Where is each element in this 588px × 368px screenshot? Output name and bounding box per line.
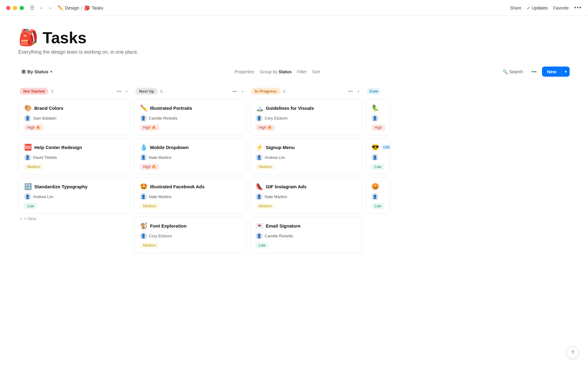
filter-button[interactable]: Filter: [297, 69, 307, 74]
card-assignee: 👤 Andrea Lim: [24, 193, 125, 200]
avatar: 👤: [256, 232, 262, 239]
card-title-row: 🏔️ Guidelines for Visuals: [256, 104, 356, 112]
column-actions-next-up: ••• +: [231, 88, 245, 94]
card-illustrated-portraits[interactable]: ✏️ Illustrated Portraits 👤 Camille Ricke…: [134, 99, 246, 135]
titlebar-left: ☰ ← → ✏️ Design / 🎒 Tasks: [6, 5, 103, 11]
card-title: Standardize Typography: [34, 184, 88, 189]
column-header-in-progress: In Progress 4 ••• +: [250, 88, 362, 95]
tasks-icon: 🎒: [84, 5, 90, 11]
cards-next-up: ✏️ Illustrated Portraits 👤 Camille Ricke…: [134, 99, 246, 253]
column-add-icon[interactable]: +: [356, 88, 361, 94]
by-status-button[interactable]: ⊞ By Status ▾: [18, 67, 55, 76]
column-badge-next-up: Next Up: [135, 88, 158, 95]
new-dropdown-icon[interactable]: ▾: [561, 67, 570, 76]
avatar: 👤: [371, 193, 378, 200]
card-assignee: 👤 Camille Ricketts: [256, 232, 356, 239]
avatar: 👤: [140, 193, 147, 200]
add-new-button-not-started[interactable]: + + New: [18, 214, 130, 224]
card-title: Font Exploration: [150, 223, 187, 228]
card-emoji: ⚡: [256, 144, 263, 151]
forward-arrow-icon[interactable]: →: [47, 5, 54, 11]
maximize-button[interactable]: [20, 6, 24, 10]
card-font-exploration[interactable]: 🐒 Font Exploration 👤 Cory Etzkorn Medium: [134, 217, 246, 253]
updates-button[interactable]: ✓ Updates: [527, 6, 548, 10]
card-partial-1[interactable]: 🦜 👤 High: [366, 99, 390, 135]
column-more-icon[interactable]: •••: [347, 88, 354, 94]
avatar: 👤: [256, 115, 262, 121]
sort-button[interactable]: Sort: [312, 69, 320, 74]
card-assignee: 👤 David Tibbitts: [24, 154, 125, 161]
breadcrumb: ✏️ Design / 🎒 Tasks: [58, 5, 103, 11]
card-title-row: 🎨 Brand Colors: [24, 104, 125, 112]
card-emoji: 🆘: [24, 144, 32, 151]
page-title: Tasks: [43, 29, 87, 47]
close-button[interactable]: [6, 6, 10, 10]
priority-badge: Low: [371, 203, 384, 209]
back-arrow-icon[interactable]: ←: [38, 5, 45, 11]
card-mobile-dropdown[interactable]: 💧 Mobile Dropdown 👤 Nate Martins High 🔥: [134, 138, 246, 174]
card-standardize-typography[interactable]: 🔡 Standardize Typography 👤 Andrea Lim Lo…: [18, 178, 130, 214]
card-partial-2[interactable]: 😎 COOL 👤 Low: [366, 138, 390, 174]
assignee-name: Sam Baldwin: [33, 116, 56, 121]
card-title: Guidelines for Visuals: [266, 105, 314, 111]
properties-button[interactable]: Properties: [235, 69, 254, 74]
column-add-icon[interactable]: +: [240, 88, 245, 94]
avatar: 👤: [24, 115, 31, 121]
column-header-complete: Com: [366, 88, 390, 95]
new-button[interactable]: New ▾: [542, 67, 570, 77]
breadcrumb-tasks[interactable]: 🎒 Tasks: [84, 5, 103, 11]
card-brand-colors[interactable]: 🎨 Brand Colors 👤 Sam Baldwin High 🔥: [18, 99, 130, 135]
assignee-name: David Tibbitts: [33, 155, 57, 160]
card-signup-menu[interactable]: ⚡ Signup Menu 👤 Andrea Lim Medium: [250, 138, 362, 174]
priority-badge: High 🔥: [140, 125, 159, 131]
column-complete-partial: Com 🦜 👤 High 😎 COOL: [366, 88, 390, 253]
priority-badge: Low: [24, 203, 37, 209]
more-options-icon[interactable]: •••: [574, 5, 582, 11]
favorite-button[interactable]: Favorite: [553, 6, 569, 10]
card-emoji: 🎨: [24, 104, 32, 112]
column-add-icon[interactable]: +: [124, 88, 129, 94]
page-title-row: 🎒 Tasks: [18, 28, 570, 47]
search-button[interactable]: 🔍 Search: [499, 67, 526, 76]
column-count-next-up: 6: [160, 89, 163, 94]
card-assignee: 👤 Cory Etzkorn: [256, 115, 356, 121]
titlebar: ☰ ← → ✏️ Design / 🎒 Tasks Share ✓ Update…: [0, 0, 588, 16]
share-button[interactable]: Share: [510, 6, 521, 10]
card-title-row: 🤩 Illustrated Facebook Ads: [140, 183, 240, 190]
assignee-name: Cory Etzkorn: [265, 116, 288, 121]
avatar: 👤: [24, 193, 31, 200]
column-actions-not-started: ••• +: [115, 88, 129, 94]
chevron-down-icon: ▾: [50, 70, 52, 74]
card-guidelines-for-visuals[interactable]: 🏔️ Guidelines for Visuals 👤 Cory Etzkorn…: [250, 99, 362, 135]
more-button[interactable]: •••: [529, 67, 539, 76]
assignee-name: Nate Martins: [265, 194, 287, 199]
assignee-name: Andrea Lim: [265, 155, 285, 160]
menu-icon[interactable]: ☰: [30, 5, 34, 11]
column-header-next-up: Next Up 6 ••• +: [134, 88, 246, 95]
card-assignee: 👤 Nate Martins: [140, 154, 240, 161]
column-more-icon[interactable]: •••: [115, 88, 123, 94]
minimize-button[interactable]: [13, 6, 17, 10]
toolbar: ⊞ By Status ▾ Properties Group by Status…: [18, 64, 570, 79]
avatar: 👤: [140, 115, 147, 121]
column-count-in-progress: 4: [283, 89, 285, 94]
card-title: Illustrated Facebook Ads: [150, 184, 205, 189]
card-email-signature[interactable]: 💌 Email Signature 👤 Camille Ricketts Low: [250, 217, 362, 253]
breadcrumb-design[interactable]: ✏️ Design: [58, 5, 79, 11]
column-badge-in-progress: In Progress: [251, 88, 281, 95]
card-partial-3[interactable]: 😡 👤 Low: [366, 178, 390, 214]
avatar: 👤: [371, 154, 378, 161]
card-title-row: ✏️ Illustrated Portraits: [140, 104, 240, 112]
card-illustrated-facebook-ads[interactable]: 🤩 Illustrated Facebook Ads 👤 Nate Martin…: [134, 178, 246, 214]
group-by-button[interactable]: Group by Status: [260, 69, 292, 74]
column-more-icon[interactable]: •••: [231, 88, 238, 94]
card-assignee: 👤 Sam Baldwin: [24, 115, 125, 121]
card-help-center[interactable]: 🆘 Help Center Redesign 👤 David Tibbitts …: [18, 138, 130, 174]
card-title: Email Signature: [266, 223, 300, 228]
card-gif-instagram-ads[interactable]: 👠 GIF Instagram Ads 👤 Nate Martins Mediu…: [250, 178, 362, 214]
design-icon: ✏️: [58, 5, 63, 11]
priority-badge: Medium: [24, 164, 43, 170]
grid-icon: ⊞: [21, 69, 25, 75]
column-header-not-started: Not Started 3 ••• +: [18, 88, 130, 95]
card-title: Mobile Dropdown: [150, 145, 189, 150]
